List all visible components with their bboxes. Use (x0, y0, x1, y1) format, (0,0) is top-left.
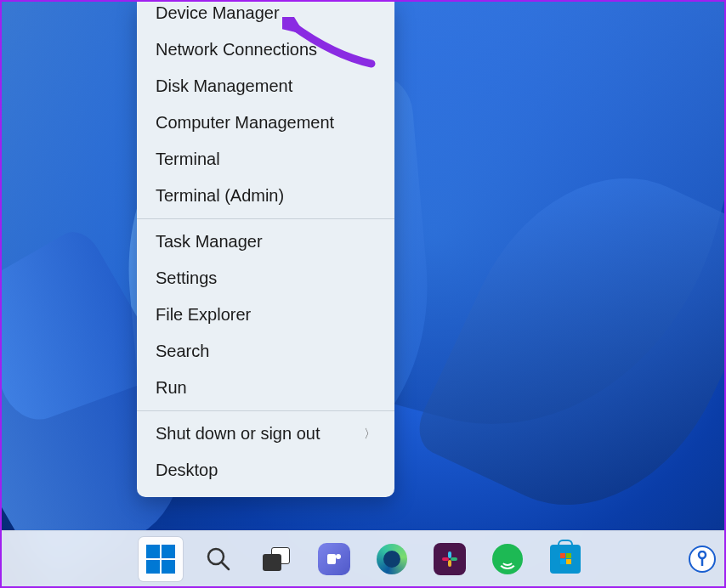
svg-rect-3 (327, 554, 336, 564)
svg-rect-6 (451, 557, 457, 561)
svg-rect-5 (448, 551, 451, 558)
menu-label: Run (156, 378, 187, 398)
svg-rect-7 (448, 560, 451, 567)
chevron-right-icon: 〉 (364, 427, 376, 442)
menu-item-file-explorer[interactable]: File Explorer (137, 297, 394, 333)
menu-label: Shut down or sign out (156, 424, 320, 444)
task-view-button[interactable] (254, 537, 298, 581)
menu-divider (137, 410, 394, 411)
windows-start-icon (146, 545, 175, 574)
menu-label: Terminal (156, 150, 220, 169)
menu-label: Disk Management (156, 76, 292, 96)
spotify-icon (492, 544, 523, 574)
spotify-button[interactable] (485, 537, 530, 581)
menu-item-settings[interactable]: Settings (137, 260, 394, 297)
taskbar (2, 530, 724, 586)
svg-rect-8 (442, 557, 449, 561)
menu-item-run[interactable]: Run (137, 370, 394, 406)
menu-label: File Explorer (156, 305, 251, 325)
menu-item-terminal-admin[interactable]: Terminal (Admin) (137, 178, 394, 214)
task-view-icon (263, 547, 290, 571)
menu-item-disk-management[interactable]: Disk Management (137, 68, 394, 105)
edge-icon (377, 544, 407, 574)
svg-point-4 (336, 554, 341, 559)
search-icon (205, 546, 232, 573)
menu-label: Device Manager (156, 3, 280, 23)
teams-icon (318, 543, 350, 575)
menu-item-terminal[interactable]: Terminal (137, 141, 394, 178)
slack-button[interactable] (428, 537, 472, 581)
menu-label: Search (156, 342, 209, 361)
search-button[interactable] (196, 537, 241, 581)
start-button[interactable] (139, 537, 183, 581)
teams-button[interactable] (312, 537, 356, 581)
menu-item-search[interactable]: Search (137, 333, 394, 370)
menu-label: Terminal (Admin) (156, 186, 284, 206)
system-tray (689, 546, 716, 573)
menu-label: Task Manager (156, 232, 263, 252)
menu-item-desktop[interactable]: Desktop (137, 452, 394, 489)
store-button[interactable] (543, 537, 587, 581)
microsoft-store-icon (550, 545, 581, 574)
menu-item-computer-management[interactable]: Computer Management (137, 105, 394, 141)
menu-item-task-manager[interactable]: Task Manager (137, 223, 394, 260)
edge-button[interactable] (370, 537, 414, 581)
menu-label: Network Connections (156, 40, 317, 59)
menu-divider (137, 218, 394, 219)
onepassword-icon (696, 551, 708, 568)
onepassword-tray[interactable] (689, 546, 716, 573)
svg-point-9 (699, 551, 706, 558)
slack-icon (434, 543, 466, 575)
menu-label: Settings (156, 269, 217, 288)
menu-item-device-manager[interactable]: Device Manager (137, 2, 394, 31)
menu-label: Desktop (156, 461, 218, 480)
menu-item-shut-down-sign-out[interactable]: Shut down or sign out 〉 (137, 416, 394, 452)
menu-label: Computer Management (156, 113, 334, 133)
svg-line-2 (222, 563, 229, 569)
menu-item-network-connections[interactable]: Network Connections (137, 31, 394, 68)
winx-context-menu: Device Manager Network Connections Disk … (137, 2, 394, 497)
